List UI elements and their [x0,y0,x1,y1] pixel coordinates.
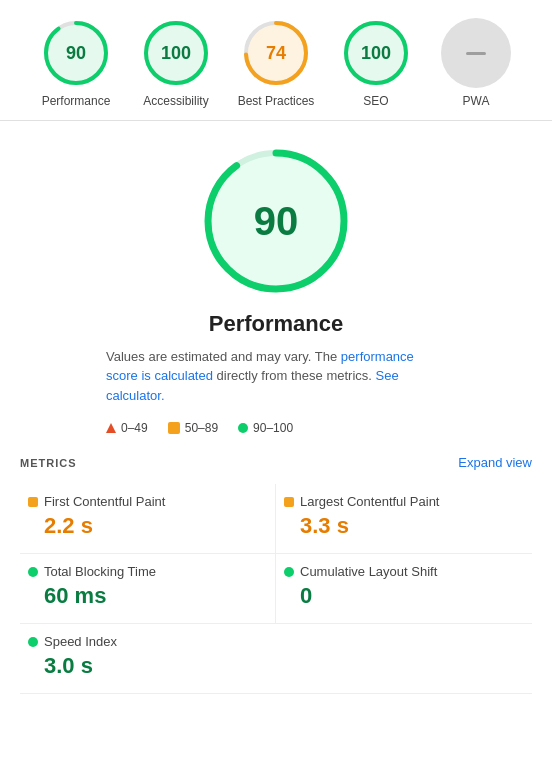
legend-item-green: 90–100 [238,421,293,435]
big-gauge: 90 [196,141,356,301]
score-item-accessibility[interactable]: 100 Accessibility [131,18,221,110]
scores-row: 90 Performance 100 Accessibility 74 Best… [0,0,552,121]
fcp-name: First Contentful Paint [44,494,165,509]
score-item-best-practices[interactable]: 74 Best Practices [231,18,321,110]
lcp-value: 3.3 s [300,513,524,539]
score-value-best-practices: 74 [266,43,286,64]
score-item-performance[interactable]: 90 Performance [31,18,121,110]
legend-green-range: 90–100 [253,421,293,435]
orange-icon [168,422,180,434]
detail-title: Performance [209,311,344,337]
metrics-grid: First Contentful Paint 2.2 s Largest Con… [20,484,532,694]
description-text-2: directly from these metrics. [213,368,376,383]
score-label-accessibility: Accessibility [143,94,208,110]
lcp-name: Largest Contentful Paint [300,494,439,509]
fcp-value: 2.2 s [44,513,267,539]
metric-cell-si: Speed Index 3.0 s [20,624,276,694]
legend-item-red: 0–49 [106,421,148,435]
cls-name: Cumulative Layout Shift [300,564,437,579]
metric-name-row-si: Speed Index [28,634,268,649]
metric-cell-tbt: Total Blocking Time 60 ms [20,554,276,624]
tbt-dot-icon [28,567,38,577]
expand-view-button[interactable]: Expand view [458,455,532,470]
metric-cell-cls: Cumulative Layout Shift 0 [276,554,532,624]
score-circle-performance: 90 [41,18,111,88]
detail-description: Values are estimated and may vary. The p… [106,347,446,406]
green-icon [238,423,248,433]
score-circle-best-practices: 74 [241,18,311,88]
metric-name-row-fcp: First Contentful Paint [28,494,267,509]
si-name: Speed Index [44,634,117,649]
metrics-header: METRICS Expand view [20,455,532,470]
si-dot-icon [28,637,38,647]
metrics-label: METRICS [20,457,77,469]
score-item-seo[interactable]: 100 SEO [331,18,421,110]
score-label-seo: SEO [363,94,388,110]
score-circle-seo: 100 [341,18,411,88]
score-value-accessibility: 100 [161,43,191,64]
score-value-performance: 90 [66,43,86,64]
metric-name-row-tbt: Total Blocking Time [28,564,267,579]
metrics-section: METRICS Expand view First Contentful Pai… [0,455,552,694]
red-icon [106,423,116,433]
score-label-best-practices: Best Practices [238,94,315,110]
tbt-value: 60 ms [44,583,267,609]
legend: 0–49 50–89 90–100 [106,421,446,435]
score-label-performance: Performance [42,94,111,110]
cls-dot-icon [284,567,294,577]
main-detail: 90 Performance Values are estimated and … [0,121,552,446]
big-score-value: 90 [254,198,299,243]
legend-red-range: 0–49 [121,421,148,435]
metric-cell-lcp: Largest Contentful Paint 3.3 s [276,484,532,554]
score-label-pwa: PWA [463,94,490,110]
metric-cell-empty [276,624,532,694]
metric-name-row-cls: Cumulative Layout Shift [284,564,524,579]
si-value: 3.0 s [44,653,268,679]
pwa-circle [441,18,511,88]
score-circle-accessibility: 100 [141,18,211,88]
legend-item-orange: 50–89 [168,421,218,435]
metric-cell-fcp: First Contentful Paint 2.2 s [20,484,276,554]
description-text-1: Values are estimated and may vary. The [106,349,341,364]
score-item-pwa[interactable]: PWA [431,18,521,110]
tbt-name: Total Blocking Time [44,564,156,579]
cls-value: 0 [300,583,524,609]
score-value-seo: 100 [361,43,391,64]
legend-orange-range: 50–89 [185,421,218,435]
lcp-dot-icon [284,497,294,507]
metric-name-row-lcp: Largest Contentful Paint [284,494,524,509]
fcp-dot-icon [28,497,38,507]
pwa-dash-icon [466,52,486,55]
